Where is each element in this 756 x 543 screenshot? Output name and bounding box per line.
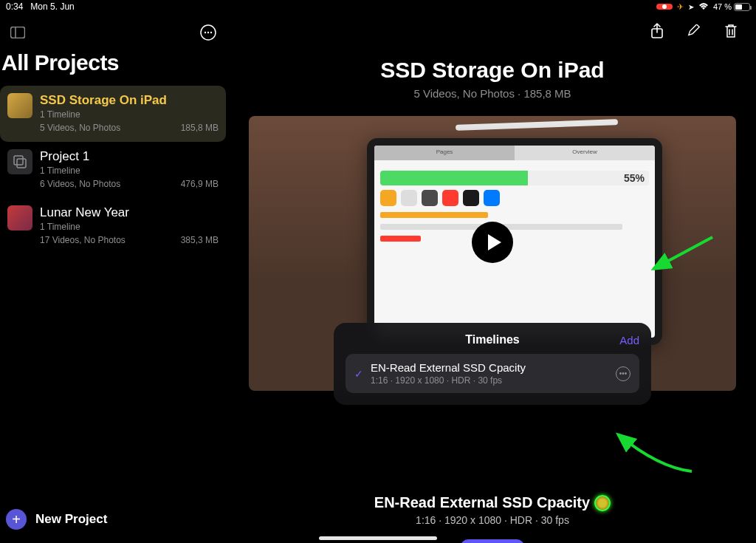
project-size: 385,3 MB xyxy=(181,233,219,247)
project-item-project1[interactable]: Project 1 1 Timeline 6 Videos, No Photos… xyxy=(0,142,226,198)
svg-point-5 xyxy=(210,32,212,33)
share-icon[interactable] xyxy=(647,21,667,41)
status-date: Mon 5. Jun xyxy=(30,1,74,12)
timelines-panel: Timelines Add ✓ EN-Read External SSD Cpa… xyxy=(334,323,651,405)
main-panel: SSD Storage On iPad 5 Videos, No Photos … xyxy=(229,13,756,543)
arrow-icon: ➤ xyxy=(688,3,694,11)
edit-button[interactable]: Edit xyxy=(461,539,524,543)
svg-rect-6 xyxy=(14,156,23,165)
new-project-button[interactable]: + New Project xyxy=(0,502,226,537)
status-time: 0:34 xyxy=(6,1,23,12)
sidebar-toggle-icon[interactable] xyxy=(7,22,28,43)
wifi-icon xyxy=(698,3,709,10)
play-icon xyxy=(488,234,501,250)
project-size: 476,9 MB xyxy=(181,177,219,191)
sidebar-title: All Projects xyxy=(0,46,226,86)
more-icon[interactable] xyxy=(198,22,219,43)
project-thumbnail xyxy=(7,149,32,174)
project-title: SSD Storage On iPad xyxy=(40,93,219,108)
apple-pencil xyxy=(456,119,618,131)
timeline-meta: 1:16 · 1920 x 1080 · HDR · 30 fps xyxy=(371,375,608,386)
page-title: SSD Storage On iPad xyxy=(239,58,746,83)
project-title: Project 1 xyxy=(40,149,219,164)
screen-record-indicator[interactable] xyxy=(656,4,673,10)
svg-point-4 xyxy=(207,32,209,33)
project-size: 185,8 MB xyxy=(181,121,219,134)
highlight-marker xyxy=(594,495,611,511)
battery-percent: 47 % xyxy=(713,2,732,11)
edit-pencil-icon[interactable] xyxy=(684,21,704,41)
battery-icon xyxy=(734,3,750,11)
ipad-mockup: Pages Overview 55% xyxy=(367,138,662,345)
play-button[interactable] xyxy=(472,222,513,263)
airplane-mode-icon: ✈ xyxy=(677,2,684,12)
plus-icon: + xyxy=(6,509,27,530)
project-item-lunar[interactable]: Lunar New Year 1 Timeline 17 Videos, No … xyxy=(0,198,226,254)
new-project-label: New Project xyxy=(35,512,107,527)
clip-meta: 1:16 · 1920 x 1080 · HDR · 30 fps xyxy=(239,514,746,526)
status-bar: 0:34 Mon 5. Jun ✈ ➤ 47 % xyxy=(0,0,756,13)
svg-rect-7 xyxy=(17,159,26,168)
home-indicator[interactable] xyxy=(319,536,437,540)
timeline-name: EN-Read External SSD Cpacity xyxy=(371,361,608,374)
sidebar: All Projects SSD Storage On iPad 1 Timel… xyxy=(0,13,229,543)
clip-title: EN-Read External SSD Cpacity xyxy=(374,494,590,511)
timeline-more-icon[interactable]: ••• xyxy=(616,366,630,381)
project-title: Lunar New Year xyxy=(40,205,219,220)
project-thumbnail xyxy=(7,205,32,230)
trash-icon[interactable] xyxy=(721,21,741,41)
project-item-ssd[interactable]: SSD Storage On iPad 1 Timeline 5 Videos,… xyxy=(0,86,226,142)
project-thumbnail xyxy=(7,93,32,118)
project-media-count: 6 Videos, No Photos xyxy=(40,177,120,191)
check-icon: ✓ xyxy=(354,368,363,380)
svg-rect-0 xyxy=(11,27,25,38)
annotation-arrow-2 xyxy=(607,427,695,479)
project-timeline-count: 1 Timeline xyxy=(40,164,219,177)
timelines-heading: Timelines xyxy=(346,333,639,346)
svg-point-3 xyxy=(205,32,206,33)
add-timeline-button[interactable]: Add xyxy=(619,334,639,346)
page-subtitle: 5 Videos, No Photos · 185,8 MB xyxy=(239,87,746,100)
project-media-count: 5 Videos, No Photos xyxy=(40,121,120,134)
project-timeline-count: 1 Timeline xyxy=(40,108,219,121)
project-media-count: 17 Videos, No Photos xyxy=(40,233,126,247)
project-timeline-count: 1 Timeline xyxy=(40,220,219,233)
timeline-item[interactable]: ✓ EN-Read External SSD Cpacity 1:16 · 19… xyxy=(346,354,639,393)
